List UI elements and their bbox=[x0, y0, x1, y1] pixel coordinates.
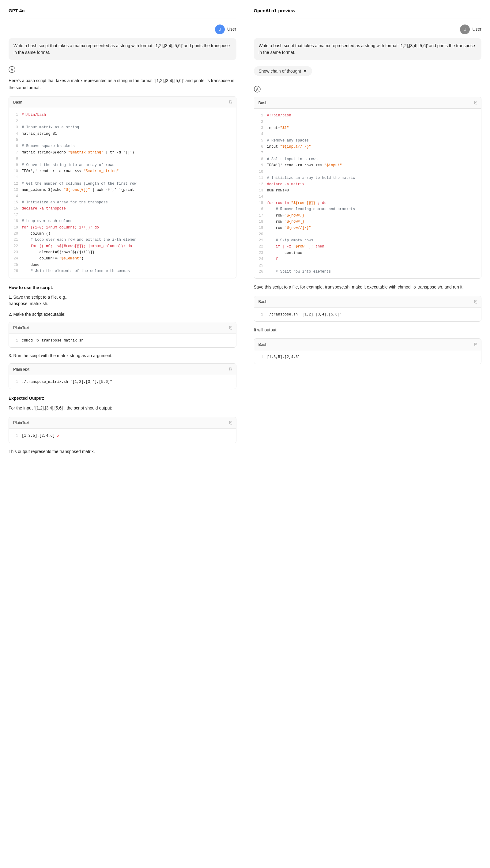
right-copy-icon-1[interactable]: ⎘ bbox=[474, 99, 477, 106]
chain-of-thought-label: Show chain of thought bbox=[259, 69, 301, 73]
step-3: 3. Run the script with the matrix string… bbox=[8, 352, 237, 359]
code-line: 16 # Remove leading commas and brackets bbox=[258, 206, 477, 212]
code-line: 17 row="${row#,}" bbox=[258, 213, 477, 219]
left-copy-icon-4[interactable]: ⎘ bbox=[229, 420, 232, 426]
left-code-body-4: 1 [1,3,5],[2,4,6] ✗ bbox=[9, 429, 236, 443]
code-line: 11 bbox=[13, 174, 232, 180]
left-code-body-3: 1 ./transpose_matrix.sh "[1,2],[3,4],[5,… bbox=[9, 375, 236, 389]
code-line: 21 # Skip empty rows bbox=[258, 237, 477, 244]
code-line: 8 bbox=[13, 156, 232, 162]
code-line: 13num_rows=0 bbox=[258, 187, 477, 193]
openai-icon-left bbox=[8, 66, 15, 73]
code-line: 2 bbox=[13, 118, 232, 124]
left-code-header-3: PlainText ⎘ bbox=[9, 364, 236, 375]
code-line: 22 for ((j=0; j<${#rows[@]}; j+=num_colu… bbox=[13, 243, 232, 249]
left-copy-icon-3[interactable]: ⎘ bbox=[229, 366, 232, 372]
left-code-body-1: 1#!/bin/bash 2 3# Input matrix as a stri… bbox=[9, 108, 236, 278]
right-user-avatar: U bbox=[460, 25, 470, 34]
left-user-row: U User bbox=[8, 25, 237, 34]
code-line: 1 chmod +x transpose_matrix.sh bbox=[13, 338, 232, 344]
code-line: 1 ./transpose.sh '[1,2],[3,4],[5,6]' bbox=[258, 311, 477, 318]
right-user-row: U User bbox=[254, 25, 482, 34]
right-title: OpenAI o1-preview bbox=[254, 7, 482, 19]
right-code-body-2: 1 ./transpose.sh '[1,2],[3,4],[5,6]' bbox=[254, 308, 482, 321]
right-code-block-1: Bash ⎘ 1#!/bin/bash 2 3input="$1" 4 5# R… bbox=[254, 97, 482, 279]
code-line: 1#!/bin/bash bbox=[258, 113, 477, 119]
expected-output-text: For the input "[1,2],[3,4],[5,6]", the s… bbox=[8, 405, 237, 412]
chevron-down-icon: ▼ bbox=[303, 69, 307, 73]
code-line: 10IFS=',' read -r -a rows <<< "$matrix_s… bbox=[13, 168, 232, 174]
code-line: 19for ((i=0; i<num_columns; i++)); do bbox=[13, 224, 232, 230]
code-line: 12# Get the number of columns (length of… bbox=[13, 181, 232, 187]
right-column: OpenAI o1-preview U User Write a bash sc… bbox=[245, 0, 490, 868]
code-line: 1#!/bin/bash bbox=[13, 112, 232, 118]
code-line: 26 # Join the elements of the column wit… bbox=[13, 268, 232, 274]
code-line: 10 bbox=[258, 169, 477, 175]
code-line: 7 bbox=[258, 150, 477, 156]
expected-output-heading: Expected Output: bbox=[8, 395, 237, 402]
code-line: 6input="${input// /}" bbox=[258, 144, 477, 150]
left-user-bubble: Write a bash script that takes a matrix … bbox=[8, 38, 237, 60]
left-code-header-1: Bash ⎘ bbox=[9, 96, 236, 108]
code-line: 3# Input matrix as a string bbox=[13, 124, 232, 130]
code-line: 19 row="${row//]/}" bbox=[258, 225, 477, 231]
left-title: GPT-4o bbox=[8, 7, 237, 19]
code-line: 4 bbox=[258, 131, 477, 137]
code-line: 11# Initialize an array to hold the matr… bbox=[258, 175, 477, 181]
code-line: 17 bbox=[13, 212, 232, 218]
code-line: 15for row in "${rows[@]}"; do bbox=[258, 200, 477, 206]
how-to-heading: How to use the script: bbox=[8, 284, 237, 291]
left-copy-icon-2[interactable]: ⎘ bbox=[229, 325, 232, 331]
openai-icon-right bbox=[254, 86, 261, 93]
step-2: 2. Make the script executable: bbox=[8, 311, 237, 318]
chain-of-thought-button[interactable]: Show chain of thought ▼ bbox=[254, 66, 312, 76]
code-line: 24 fi bbox=[258, 256, 477, 262]
code-line: 18# Loop over each column bbox=[13, 218, 232, 224]
code-line: 1 ./transpose_matrix.sh "[1,2],[3,4],[5,… bbox=[13, 379, 232, 385]
code-line: 5 bbox=[13, 137, 232, 143]
right-output-label: It will output: bbox=[254, 327, 482, 334]
svg-point-1 bbox=[254, 86, 260, 92]
svg-point-0 bbox=[9, 66, 15, 72]
left-copy-icon-1[interactable]: ⎘ bbox=[229, 99, 232, 105]
code-line: 22 if [ -z "$row" ]; then bbox=[258, 244, 477, 250]
code-line: 4matrix_string=$1 bbox=[13, 131, 232, 137]
code-line: 21 # Loop over each row and extract the … bbox=[13, 237, 232, 243]
code-line: 14 bbox=[13, 193, 232, 199]
left-code-lang-1: Bash bbox=[13, 99, 22, 105]
left-code-block-2: PlainText ⎘ 1 chmod +x transpose_matrix.… bbox=[8, 322, 237, 348]
left-code-header-2: PlainText ⎘ bbox=[9, 322, 236, 334]
code-line: 25 bbox=[258, 262, 477, 269]
right-code-header-2: Bash ⎘ bbox=[254, 296, 482, 308]
right-user-label: User bbox=[472, 26, 482, 32]
left-user-label: User bbox=[227, 26, 237, 32]
step-1: 1. Save the script to a file, e.g.,trans… bbox=[8, 294, 237, 307]
right-code-block-3: Bash ⎘ 1 [1,3,5],[2,4,6] bbox=[254, 338, 482, 364]
right-code-header-1: Bash ⎘ bbox=[254, 97, 482, 109]
error-x-icon: ✗ bbox=[57, 433, 59, 438]
left-code-body-2: 1 chmod +x transpose_matrix.sh bbox=[9, 334, 236, 347]
right-copy-icon-3[interactable]: ⎘ bbox=[474, 341, 477, 348]
right-code-header-3: Bash ⎘ bbox=[254, 339, 482, 350]
left-assistant-intro: Here's a bash script that takes a matrix… bbox=[8, 77, 237, 91]
code-line: 14 bbox=[258, 193, 477, 200]
code-line: 5# Remove any spaces bbox=[258, 137, 477, 144]
code-line: 20 bbox=[258, 231, 477, 237]
left-final-text: This output represents the transposed ma… bbox=[8, 448, 237, 455]
code-line: 13num_columns=$(echo "${rows[0]}" | awk … bbox=[13, 187, 232, 193]
code-line: 3input="$1" bbox=[258, 125, 477, 131]
right-copy-icon-2[interactable]: ⎘ bbox=[474, 299, 477, 305]
code-line: 12declare -a matrix bbox=[258, 181, 477, 187]
right-user-bubble: Write a bash script that takes a matrix … bbox=[254, 38, 482, 60]
left-code-lang-4: PlainText bbox=[13, 420, 29, 426]
code-line: 6# Remove square brackets bbox=[13, 143, 232, 149]
right-mid-text: Save this script to a file, for example,… bbox=[254, 284, 482, 291]
right-code-lang-3: Bash bbox=[258, 341, 268, 348]
code-line: 9IFS=']' read -ra rows <<< "$input" bbox=[258, 162, 477, 168]
code-line: 16declare -a transpose bbox=[13, 206, 232, 212]
right-code-block-2: Bash ⎘ 1 ./transpose.sh '[1,2],[3,4],[5,… bbox=[254, 296, 482, 321]
code-line: 15# Initialize an array for the transpos… bbox=[13, 199, 232, 206]
left-column: GPT-4o U User Write a bash script that t… bbox=[0, 0, 245, 868]
code-line: 1 [1,3,5],[2,4,6] bbox=[258, 354, 477, 360]
code-line: 24 column+=("$element") bbox=[13, 255, 232, 261]
